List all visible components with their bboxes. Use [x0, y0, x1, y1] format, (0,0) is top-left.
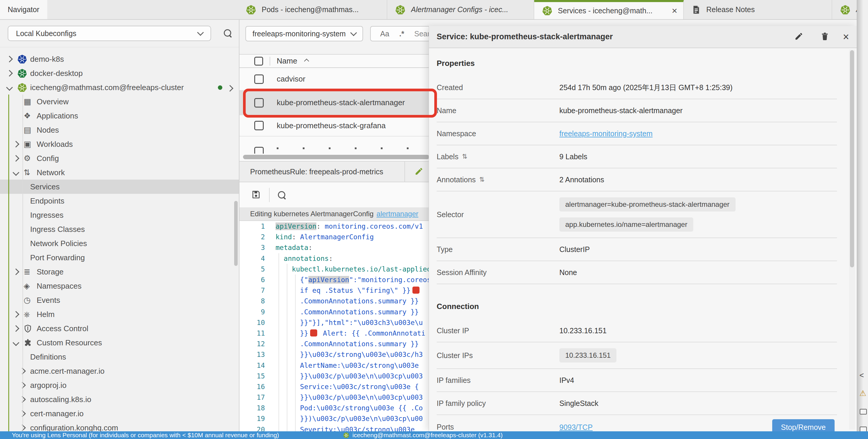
line-number: 4 — [240, 255, 276, 262]
close-panel-icon[interactable]: × — [843, 32, 849, 42]
prometheusrule-title: PrometheusRule: freepeals-prod-metrics — [250, 168, 383, 176]
panel-scrollbar-track — [849, 49, 855, 430]
tab-alertmanager-configs-icec[interactable]: Alertmanager Configs - icec... — [387, 0, 534, 19]
sidebar-item-ingress-classes[interactable]: Ingress Classes — [0, 222, 240, 236]
sidebar-item-demo-k8s[interactable]: demo-k8s — [0, 52, 240, 66]
sidebar-item-ingresses[interactable]: Ingresses — [0, 208, 240, 222]
sidebar-item-label: Services — [30, 182, 60, 192]
sidebar-item-network-policies[interactable]: Network Policies — [0, 236, 240, 250]
editor-banner-link[interactable]: alertmanager — [377, 210, 418, 218]
sort-toggle-icon[interactable]: ⇅ — [462, 153, 467, 160]
tab-services-icecheng-math[interactable]: Services - icecheng@math...× — [534, 0, 684, 19]
row-checkbox[interactable] — [254, 121, 264, 130]
row-label: Annotations⇅ — [437, 175, 559, 184]
sidebar-item-acme-cert-manager-io[interactable]: acme.cert-manager.io — [0, 364, 240, 378]
open-tabs: Pods - icecheng@mathmas...Alertmanager C… — [238, 0, 868, 19]
nodes-icon: ▤ — [24, 125, 37, 135]
kubeconfig-select-value: Local Kubeconfigs — [16, 29, 76, 38]
row-checkbox[interactable] — [254, 147, 264, 154]
sort-toggle-icon[interactable]: ⇅ — [479, 176, 485, 183]
sidebar-item-icecheng-mathmast-com-freeleaps-cluster[interactable]: icecheng@mathmast.com@freeleaps-cluster — [0, 80, 240, 95]
clipped-row-text — [277, 147, 442, 149]
detail-row-labels: Labels⇅9 Labels — [437, 145, 837, 168]
sidebar-item-label: Definitions — [30, 352, 66, 362]
puzzle-icon — [24, 339, 37, 347]
code-text: Pod:\u003c/strong\u003e {{ .Co — [300, 404, 423, 412]
sidebar-search-button[interactable] — [224, 29, 231, 38]
kubernetes-icon — [343, 432, 349, 438]
code-text: apiVersion: monitoring.coreos.com/v1 — [276, 223, 423, 230]
license-text: You're using Lens Personal (for individu… — [12, 432, 279, 439]
dock-window-icon[interactable] — [860, 409, 867, 414]
row-value: IPv4 — [559, 376, 837, 385]
sidebar-item-namespaces[interactable]: ◈Namespaces — [0, 279, 240, 293]
row-label: IP family policy — [437, 399, 559, 408]
code-text: if eq .Status \"firing\" }}🚨 — [300, 286, 421, 294]
name-column-header[interactable]: Name — [277, 57, 297, 66]
sidebar-scrollbar[interactable] — [234, 201, 238, 266]
tab-close-icon[interactable]: × — [672, 6, 677, 15]
kubeconfig-select[interactable]: Local Kubeconfigs — [8, 26, 211, 41]
sidebar-item-endpoints[interactable]: Endpoints — [0, 194, 240, 208]
sidebar-item-storage[interactable]: ≣Storage — [0, 265, 240, 279]
sidebar-item-definitions[interactable]: Definitions — [0, 350, 240, 364]
sidebar-item-applications[interactable]: ❖Applications — [0, 109, 240, 123]
delete-service-icon[interactable] — [820, 32, 829, 42]
value-chip: app.kubernetes.io/name=alertmanager — [559, 217, 693, 232]
sidebar-item-cert-manager-io[interactable]: cert-manager.io — [0, 406, 240, 421]
regex-icon[interactable]: .* — [399, 30, 404, 38]
shield-icon — [24, 325, 37, 333]
sidebar-item-workloads[interactable]: ▣Workloads — [0, 137, 240, 151]
detail-panel-title: Service: kube-prometheus-stack-alertmana… — [437, 32, 795, 41]
row-value: kube-prometheus-stack-alertmanager — [559, 106, 837, 115]
namespace-link[interactable]: freeleaps-monitoring-system — [559, 129, 652, 138]
namespace-select[interactable]: freeleaps-monitoring-system — [245, 26, 363, 41]
tab-release-notes[interactable]: Release Notes — [684, 0, 832, 19]
sidebar-item-overview[interactable]: ▦Overview — [0, 95, 240, 109]
sidebar-item-events[interactable]: ◷Events — [0, 293, 240, 307]
panel-scrollbar[interactable] — [850, 50, 854, 267]
edit-icon[interactable] — [414, 167, 423, 177]
sidebar-item-autoscaling-k8s-io[interactable]: autoscaling.k8s.io — [0, 392, 240, 406]
sidebar-item-label: Namespaces — [37, 281, 82, 291]
sidebar-item-config[interactable]: ⚙Config — [0, 151, 240, 165]
editor-search-icon[interactable] — [278, 191, 285, 199]
port-action-button[interactable]: Stop/Remove — [772, 419, 835, 431]
sidebar-item-nodes[interactable]: ▤Nodes — [0, 123, 240, 137]
sidebar-item-docker-desktop[interactable]: docker-desktop — [0, 66, 240, 80]
section-heading-connection: Connection — [437, 284, 837, 319]
sidebar-item-port-forwarding[interactable]: Port Forwarding — [0, 250, 240, 265]
row-checkbox[interactable] — [254, 98, 264, 107]
grid-icon: ▦ — [24, 97, 37, 106]
row-label: Name — [437, 106, 559, 115]
row-value: 10.233.16.151 — [559, 327, 837, 335]
tab-pods-icecheng-mathmas[interactable]: Pods - icecheng@mathmas... — [238, 0, 387, 19]
chevron-right-icon — [13, 141, 20, 148]
events-icon: ◷ — [24, 296, 37, 305]
sidebar-item-services[interactable]: Services — [0, 180, 240, 194]
row-checkbox[interactable] — [254, 74, 264, 84]
collapse-dock-icon[interactable]: < — [860, 371, 864, 380]
sidebar-item-helm[interactable]: ⎈Helm — [0, 307, 240, 322]
sidebar-item-label: configuration.konghq.com — [30, 423, 118, 432]
sidebar-item-label: acme.cert-manager.io — [30, 367, 104, 376]
row-value: 9 Labels — [559, 153, 837, 161]
sidebar-item-argoproj-io[interactable]: argoproj.io — [0, 378, 240, 392]
kubernetes-icon — [17, 54, 30, 64]
sidebar-item-network[interactable]: ⇅Network — [0, 165, 240, 180]
tree-guide-active — [8, 95, 9, 431]
sidebar-item-configuration-konghq-com[interactable]: configuration.konghq.com — [0, 421, 240, 431]
edit-service-icon[interactable] — [795, 32, 803, 42]
port-link[interactable]: 9093/TCP — [559, 423, 593, 432]
chevron-down-icon — [197, 29, 204, 36]
horizontal-scrollbar[interactable] — [243, 155, 429, 159]
save-icon[interactable] — [251, 190, 261, 200]
warning-icon[interactable]: ⚠ — [860, 389, 866, 398]
match-case-icon[interactable]: Aa — [380, 30, 390, 38]
sidebar-item-custom-resources[interactable]: Custom Resources — [0, 336, 240, 350]
code-text: Severity:\u003c/strong\u003e — [300, 426, 415, 431]
select-all-checkbox[interactable] — [254, 57, 263, 66]
sidebar-item-access-control[interactable]: Access Control — [0, 322, 240, 336]
alert-emoji-icon: 🚨 — [310, 329, 317, 336]
tab-label: Services - icecheng@math... — [558, 6, 652, 15]
